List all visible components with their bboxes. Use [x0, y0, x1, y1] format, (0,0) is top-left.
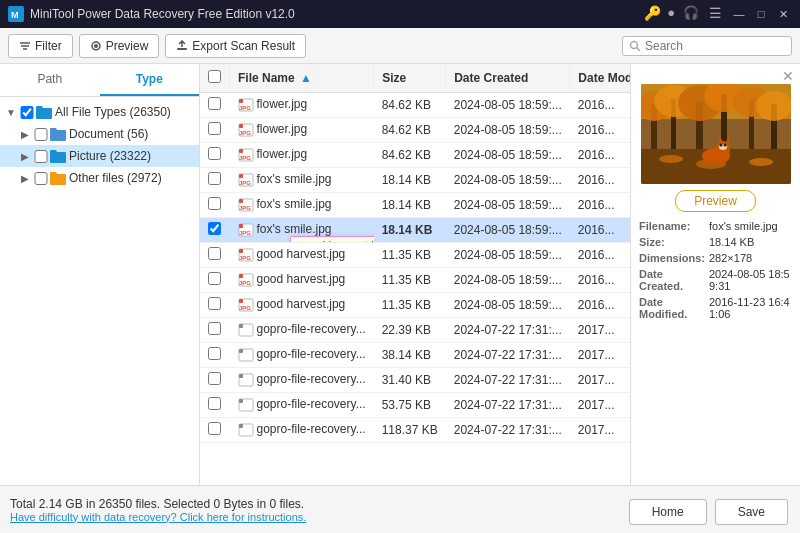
preview-filename-row: Filename: fox's smile.jpg	[639, 220, 792, 232]
table-row[interactable]: JPGgood harvest.jpg11.35 KB2024-08-05 18…	[200, 293, 630, 318]
search-input[interactable]	[645, 39, 785, 53]
file-modified-cell: 2016...	[570, 168, 630, 193]
file-created-cell: 2024-08-05 18:59:...	[446, 243, 570, 268]
save-button[interactable]: Save	[715, 499, 788, 525]
file-created-cell: 2024-08-05 18:59:...	[446, 118, 570, 143]
key-icon[interactable]: 🔑	[644, 5, 661, 23]
svg-text:JPG: JPG	[239, 305, 251, 311]
table-row[interactable]: gopro-file-recovery...53.75 KB2024-07-22…	[200, 393, 630, 418]
row-checkbox[interactable]	[208, 247, 221, 260]
file-size-cell: 22.39 KB	[374, 318, 446, 343]
svg-rect-11	[239, 99, 243, 103]
svg-text:JPG: JPG	[239, 130, 251, 136]
row-checkbox[interactable]	[208, 147, 221, 160]
home-button[interactable]: Home	[629, 499, 707, 525]
file-size-cell: 18.14 KB	[374, 218, 446, 243]
preview-label: Preview	[106, 39, 149, 53]
file-created-cell: 2024-08-05 18:59:...	[446, 168, 570, 193]
col-date-created[interactable]: Date Created	[446, 64, 570, 93]
expand-pic-icon[interactable]: ▶	[18, 151, 32, 162]
row-checkbox[interactable]	[208, 372, 221, 385]
file-type-tree: ▼ All File Types (26350) ▶ Document (56)	[0, 97, 199, 485]
row-checkbox[interactable]	[208, 347, 221, 360]
file-table: File Name ▲ Size Date Created Date Modif…	[200, 64, 630, 485]
expand-all-icon[interactable]: ▼	[4, 107, 18, 118]
expand-doc-icon[interactable]: ▶	[18, 129, 32, 140]
table-row[interactable]: JPGflower.jpg84.62 KB2024-08-05 18:59:..…	[200, 118, 630, 143]
svg-rect-7	[177, 48, 187, 50]
col-filename[interactable]: File Name ▲	[230, 64, 374, 93]
preview-modified-row: Date Modified. 2016-11-23 16:41:06	[639, 296, 792, 320]
svg-point-62	[659, 155, 683, 163]
preview-image-btn[interactable]: Preview	[675, 190, 756, 212]
minimize-btn[interactable]: —	[730, 5, 748, 23]
close-btn[interactable]: ✕	[774, 5, 792, 23]
row-checkbox[interactable]	[208, 97, 221, 110]
expand-other-icon[interactable]: ▶	[18, 173, 32, 184]
table-row[interactable]: JPGgood harvest.jpg11.35 KB2024-08-05 18…	[200, 243, 630, 268]
preview-filename-key: Filename:	[639, 220, 709, 232]
svg-rect-38	[239, 324, 243, 328]
tab-type[interactable]: Type	[100, 64, 200, 96]
preview-size-val: 18.14 KB	[709, 236, 754, 248]
file-created-cell: 2024-07-22 17:31:...	[446, 393, 570, 418]
tab-path[interactable]: Path	[0, 64, 100, 96]
filename-tooltip: good harvest.jpg	[290, 236, 374, 243]
table-row[interactable]: gopro-file-recovery...118.37 KB2024-07-2…	[200, 418, 630, 443]
file-modified-cell: 2016...	[570, 118, 630, 143]
row-checkbox[interactable]	[208, 322, 221, 335]
svg-point-60	[756, 91, 791, 121]
file-name-cell: gopro-file-recovery...	[230, 343, 374, 368]
file-created-cell: 2024-07-22 17:31:...	[446, 343, 570, 368]
svg-rect-32	[239, 274, 243, 278]
check-doc[interactable]	[34, 128, 48, 141]
filter-button[interactable]: Filter	[8, 34, 73, 58]
row-checkbox[interactable]	[208, 222, 221, 235]
table-row[interactable]: JPGflower.jpg84.62 KB2024-08-05 18:59:..…	[200, 143, 630, 168]
file-created-cell: 2024-08-05 18:59:...	[446, 193, 570, 218]
svg-point-6	[94, 44, 98, 48]
svg-text:M: M	[11, 10, 19, 20]
row-checkbox[interactable]	[208, 197, 221, 210]
table-row[interactable]: JPGfox's smile.jpggood harvest.jpg18.14 …	[200, 218, 630, 243]
check-pic[interactable]	[34, 150, 48, 163]
tree-item-doc[interactable]: ▶ Document (56)	[0, 123, 199, 145]
check-other[interactable]	[34, 172, 48, 185]
table-row[interactable]: JPGgood harvest.jpg11.35 KB2024-08-05 18…	[200, 268, 630, 293]
preview-button[interactable]: Preview	[79, 34, 160, 58]
col-date-modified[interactable]: Date Modif	[570, 64, 630, 93]
file-name-cell: JPGflower.jpg	[230, 93, 374, 118]
headphone-icon[interactable]: 🎧	[683, 5, 699, 23]
tree-item-pic[interactable]: ▶ Picture (23322)	[0, 145, 199, 167]
menu-icon[interactable]: ☰	[709, 5, 722, 23]
toolbar: Filter Preview Export Scan Result	[0, 28, 800, 64]
row-checkbox[interactable]	[208, 422, 221, 435]
restore-btn[interactable]: □	[752, 5, 770, 23]
row-checkbox[interactable]	[208, 297, 221, 310]
export-button[interactable]: Export Scan Result	[165, 34, 306, 58]
tab-header: Path Type	[0, 64, 199, 97]
preview-size-key: Size:	[639, 236, 709, 248]
col-size[interactable]: Size	[374, 64, 446, 93]
preview-dim-key: Dimensions:	[639, 252, 709, 264]
info-icon[interactable]: ●	[667, 5, 675, 23]
select-all-checkbox[interactable]	[208, 70, 221, 83]
svg-rect-40	[239, 349, 243, 353]
file-name-cell: JPGfox's smile.jpg	[230, 168, 374, 193]
file-size-cell: 11.35 KB	[374, 293, 446, 318]
row-checkbox[interactable]	[208, 397, 221, 410]
table-row[interactable]: JPGflower.jpg84.62 KB2024-08-05 18:59:..…	[200, 93, 630, 118]
export-icon	[176, 40, 188, 52]
check-all[interactable]	[20, 106, 34, 119]
tree-item-all[interactable]: ▼ All File Types (26350)	[0, 101, 199, 123]
table-row[interactable]: gopro-file-recovery...22.39 KB2024-07-22…	[200, 318, 630, 343]
table-row[interactable]: gopro-file-recovery...31.40 KB2024-07-22…	[200, 368, 630, 393]
tree-item-other[interactable]: ▶ Other files (2972)	[0, 167, 199, 189]
row-checkbox[interactable]	[208, 122, 221, 135]
row-checkbox[interactable]	[208, 272, 221, 285]
table-row[interactable]: JPGfox's smile.jpg18.14 KB2024-08-05 18:…	[200, 168, 630, 193]
preview-close-btn[interactable]: ✕	[782, 68, 794, 84]
row-checkbox[interactable]	[208, 172, 221, 185]
table-row[interactable]: JPGfox's smile.jpg18.14 KB2024-08-05 18:…	[200, 193, 630, 218]
table-row[interactable]: gopro-file-recovery...38.14 KB2024-07-22…	[200, 343, 630, 368]
